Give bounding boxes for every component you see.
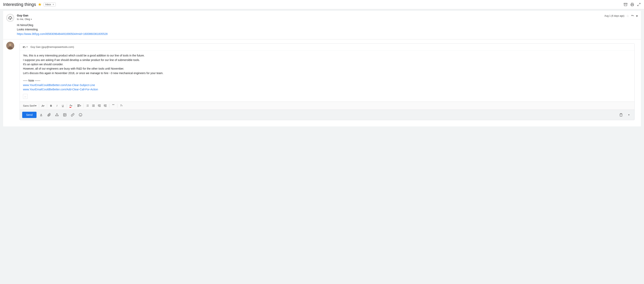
bold-button[interactable]: B — [48, 103, 54, 108]
svg-line-4 — [638, 5, 638, 6]
insert-link-button[interactable] — [70, 112, 76, 118]
divider-5 — [84, 104, 84, 108]
font-arrow: ▾ — [35, 104, 36, 107]
svg-point-22 — [92, 106, 93, 106]
reply-compose-area: ▾ Guy Gan (guy@nemopowertools.com) Yes, … — [20, 43, 634, 120]
inbox-close-button[interactable]: × — [52, 3, 54, 6]
format-underline-icon: A — [40, 113, 42, 117]
email-header: Interesting things Inbox × — [0, 0, 644, 9]
star-icon[interactable] — [38, 3, 42, 6]
attach-file-button[interactable] — [46, 112, 52, 118]
email-thread: Guy Gan to me, Oleg ▾ Aug 1 (6 days ago)… — [3, 11, 641, 127]
reply-section: ▾ Guy Gan (guy@nemopowertools.com) Yes, … — [3, 39, 641, 127]
email-date-row: Aug 1 (6 days ago) ☆ ▾ — [604, 14, 638, 18]
quoted-text-toggle[interactable]: ... — [23, 94, 28, 99]
align-icon — [77, 105, 80, 107]
note-header: ----- Note ------ — [23, 78, 631, 83]
underline-button[interactable]: U — [60, 103, 66, 108]
blockquote-button[interactable]: " " — [110, 103, 116, 108]
unordered-list-icon — [92, 105, 95, 107]
email-link-1[interactable]: https://www.365yg.com/i65830964844916905… — [17, 32, 108, 35]
divider-4 — [75, 104, 75, 108]
action-bar-right: ▾ — [618, 112, 632, 118]
italic-label: I — [56, 104, 57, 107]
ordered-list-button[interactable]: 1 2 3 — [85, 103, 90, 108]
svg-text:3: 3 — [86, 106, 87, 107]
google-drive-button[interactable] — [54, 112, 60, 118]
insert-photo-button[interactable] — [62, 112, 68, 118]
note-link-2[interactable]: www.YourEmailCouldBeBetter.com/Add-Clear… — [23, 88, 98, 91]
more-options-arrow: ▾ — [628, 114, 630, 116]
insert-emoji-button[interactable] — [77, 112, 84, 118]
svg-rect-25 — [93, 106, 95, 106]
inbox-label: Inbox — [45, 3, 51, 6]
indent-less-icon — [98, 105, 101, 107]
svg-rect-12 — [77, 105, 79, 106]
reply-body[interactable]: Yes, this is a very interesting product … — [20, 51, 634, 102]
email-message-1: Guy Gan to me, Oleg ▾ Aug 1 (6 days ago)… — [3, 11, 641, 39]
svg-point-37 — [79, 114, 82, 117]
reply-button[interactable] — [631, 14, 634, 18]
align-button[interactable]: ▾ — [76, 103, 82, 108]
avatar — [6, 14, 14, 22]
drive-icon — [55, 113, 59, 117]
unordered-list-button[interactable] — [91, 103, 96, 108]
email-body-1: Guy Gan to me, Oleg ▾ Aug 1 (6 days ago)… — [17, 14, 638, 36]
svg-rect-14 — [77, 107, 79, 107]
svg-point-6 — [10, 18, 11, 20]
more-options-button-action[interactable]: ▾ — [626, 112, 632, 118]
svg-rect-0 — [624, 3, 627, 4]
indent-more-icon — [104, 105, 106, 107]
reply-line-4: However, all of our engineers are busy w… — [23, 66, 631, 71]
reply-all-button[interactable]: ▾ — [22, 46, 28, 48]
expand-button[interactable] — [637, 2, 641, 6]
note-link-1[interactable]: www.YourEmailCouldBeBetter.com/Use-Clear… — [23, 84, 95, 87]
font-size-label: A — [42, 104, 44, 107]
star-toggle[interactable]: ☆ — [626, 14, 629, 18]
font-label: Sans Serif — [23, 104, 35, 107]
clear-format-button[interactable]: T x — [118, 103, 124, 108]
format-text-button[interactable]: A — [38, 112, 44, 118]
reply-line-3: It's an option we should consider. — [23, 62, 631, 66]
send-button[interactable]: Send — [22, 112, 36, 118]
indent-more-button[interactable] — [102, 103, 108, 108]
svg-rect-11 — [77, 105, 80, 105]
underline-label: U — [62, 104, 64, 107]
svg-rect-13 — [77, 106, 80, 106]
trash-icon — [619, 113, 623, 117]
ordered-list-icon: 1 2 3 — [86, 105, 89, 107]
text-color-button[interactable]: A ▾ — [68, 103, 74, 108]
font-size-button[interactable]: A ▾ — [40, 103, 46, 108]
reply-all-icon — [22, 46, 26, 48]
svg-point-36 — [64, 114, 64, 115]
reply-avatar — [6, 42, 14, 50]
svg-point-21 — [92, 105, 93, 105]
to-dropdown-arrow[interactable]: ▾ — [31, 18, 32, 20]
reply-line-1: Yes, this is a very interesting product … — [23, 53, 631, 58]
photo-icon — [63, 113, 66, 117]
paperclip-icon — [47, 113, 51, 117]
svg-rect-2 — [632, 5, 633, 6]
indent-less-button[interactable] — [96, 103, 102, 108]
print-button[interactable] — [630, 2, 634, 6]
italic-button[interactable]: I — [54, 103, 60, 108]
svg-point-9 — [9, 43, 12, 46]
archive-button[interactable] — [624, 2, 628, 6]
inbox-badge[interactable]: Inbox × — [44, 2, 56, 6]
font-family-dropdown[interactable]: Sans Serif ▾ — [22, 104, 38, 108]
svg-rect-24 — [93, 105, 95, 105]
bold-label: B — [50, 104, 52, 107]
reply-line-5: Let's discuss this again in November 201… — [23, 71, 631, 75]
reply-note: ----- Note ------ www.YourEmailCouldBeBe… — [23, 78, 631, 92]
reply-dropdown-arrow[interactable]: ▾ — [26, 46, 28, 48]
reply-to-row: ▾ Guy Gan (guy@nemopowertools.com) — [20, 43, 634, 51]
svg-line-3 — [639, 3, 640, 4]
delete-draft-button[interactable] — [618, 112, 624, 118]
more-options-button[interactable]: ▾ — [636, 14, 638, 18]
link-icon — [71, 113, 74, 117]
email-text-1: Hi Nimo/Oleg Looks interesting. https://… — [17, 23, 638, 36]
header-actions — [624, 2, 641, 6]
email-date: Aug 1 (6 days ago) — [604, 14, 624, 17]
sender-row: Guy Gan — [17, 14, 32, 17]
format-toolbar: Sans Serif ▾ A ▾ B I — [20, 102, 634, 110]
